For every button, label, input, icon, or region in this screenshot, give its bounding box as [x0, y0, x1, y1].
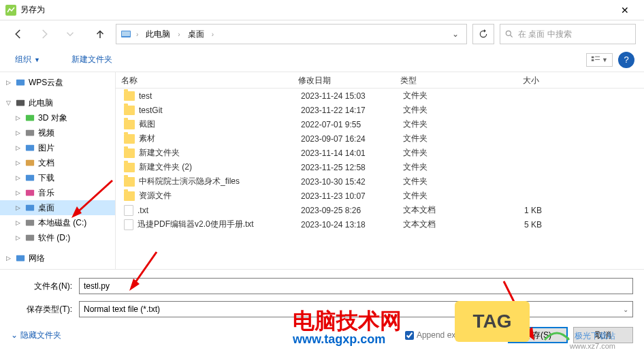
- save-button[interactable]: 保存(S): [508, 327, 568, 343]
- sidebar-item[interactable]: ▷3D 对象: [0, 110, 115, 125]
- col-header-date[interactable]: 修改日期: [293, 72, 395, 88]
- sidebar-item[interactable]: ▷网络: [0, 251, 115, 266]
- folder-icon: [124, 148, 135, 158]
- tree-label: 桌面: [38, 202, 54, 214]
- forward-button[interactable]: [34, 25, 54, 44]
- file-date: 2022-07-01 9:55: [295, 117, 398, 132]
- search-input[interactable]: 在 桌面 中搜索: [500, 24, 636, 44]
- table-row[interactable]: 素材 2023-09-07 16:24 文件夹: [116, 131, 644, 146]
- tree-icon: [25, 157, 35, 168]
- toolbar: 组织 ▼ 新建文件夹 ▼ ?: [0, 48, 644, 72]
- expander-icon[interactable]: ▷: [14, 144, 22, 152]
- table-row[interactable]: 中科院院士演示隐身术_files 2023-10-30 15:42 文件夹: [116, 174, 644, 189]
- append-extension-checkbox[interactable]: Append extension: [405, 330, 482, 340]
- expander-icon[interactable]: ▷: [14, 114, 22, 122]
- recent-dropdown[interactable]: [60, 25, 80, 44]
- sidebar-item[interactable]: ▷WPS云盘: [0, 75, 115, 90]
- expander-icon[interactable]: ▷: [14, 174, 22, 182]
- sidebar-item[interactable]: ▷下载: [0, 170, 115, 185]
- tree-label: 软件 (D:): [38, 232, 70, 244]
- hide-folders-button[interactable]: ⌄ 隐藏文件夹: [11, 330, 61, 341]
- expander-icon[interactable]: ▷: [14, 219, 22, 227]
- file-size: [493, 122, 547, 127]
- tree-label: 图片: [38, 142, 54, 154]
- table-row[interactable]: .txt 2023-09-25 8:26 文本文档 1 KB: [116, 203, 644, 217]
- file-date: 2023-11-25 12:58: [295, 160, 398, 175]
- table-row[interactable]: testGit 2023-11-22 14:17 文件夹: [116, 103, 644, 117]
- close-button[interactable]: ✕: [611, 0, 639, 20]
- refresh-button[interactable]: [472, 24, 494, 44]
- expander-icon[interactable]: ▷: [14, 234, 22, 242]
- expander-icon[interactable]: ▷: [4, 78, 12, 86]
- col-header-size[interactable]: 大小: [490, 72, 545, 88]
- table-row[interactable]: 新建文件夹 2023-11-14 14:01 文件夹: [116, 146, 644, 160]
- up-button[interactable]: [90, 25, 110, 44]
- expander-icon[interactable]: ▷: [14, 129, 22, 137]
- expander-icon[interactable]: ▽: [4, 99, 12, 107]
- file-name: 新建文件夹 (2): [139, 161, 192, 173]
- table-row[interactable]: 截图 2022-07-01 9:55 文件夹: [116, 117, 644, 131]
- expander-icon[interactable]: ▷: [4, 254, 12, 262]
- tree-icon: [25, 172, 35, 183]
- filetype-label: 保存类型(T):: [11, 304, 79, 315]
- tree-icon: [15, 77, 26, 88]
- new-folder-button[interactable]: 新建文件夹: [66, 51, 118, 68]
- cancel-button[interactable]: 取消: [573, 327, 633, 343]
- tree-label: 网络: [29, 253, 45, 264]
- svg-rect-12: [26, 145, 34, 151]
- breadcrumb[interactable]: › 此电脑 › 桌面 › ⌄: [116, 24, 467, 44]
- file-name: .txt: [138, 206, 148, 215]
- file-size: 1 KB: [493, 203, 547, 218]
- table-row[interactable]: 迅捷PDF编辑器v2.0使用手册.txt 2023-10-24 13:18 文本…: [116, 217, 644, 232]
- file-name: 截图: [139, 119, 155, 130]
- col-header-type[interactable]: 类型: [395, 72, 490, 88]
- col-header-name[interactable]: 名称: [116, 72, 293, 88]
- back-button[interactable]: [8, 25, 29, 44]
- sidebar-item[interactable]: ▷图片: [0, 140, 115, 155]
- filetype-select[interactable]: Normal text file (*.txt) ⌄: [79, 301, 633, 317]
- folder-icon: [124, 163, 135, 172]
- tree-icon: [15, 97, 26, 108]
- crumb-pc[interactable]: 此电脑: [143, 27, 173, 42]
- svg-rect-13: [26, 160, 34, 166]
- file-size: [493, 136, 547, 142]
- sidebar-item[interactable]: ▷本地磁盘 (C:): [0, 215, 115, 230]
- sidebar-item[interactable]: ▷桌面: [0, 200, 115, 215]
- table-row[interactable]: 资源文件 2023-11-23 10:07 文件夹: [116, 189, 644, 203]
- main-area: ▷WPS云盘▽此电脑▷3D 对象▷视频▷图片▷文档▷下载▷音乐▷桌面▷本地磁盘 …: [0, 72, 644, 270]
- sidebar-item[interactable]: ▷视频: [0, 125, 115, 140]
- tree-label: 音乐: [38, 187, 54, 199]
- view-icon: [591, 55, 600, 65]
- file-date: 2023-11-24 15:03: [295, 89, 398, 104]
- sidebar-item[interactable]: ▷音乐: [0, 185, 115, 200]
- help-button[interactable]: ?: [618, 52, 634, 68]
- view-options[interactable]: ▼: [586, 53, 613, 67]
- crumb-desktop[interactable]: 桌面: [185, 27, 207, 42]
- bottom-area: 文件名(N): 保存类型(T): Normal text file (*.txt…: [0, 270, 644, 349]
- svg-rect-9: [16, 100, 25, 106]
- file-date: 2023-10-30 15:42: [295, 174, 398, 189]
- tree-label: 视频: [38, 127, 54, 139]
- table-row[interactable]: 新建文件夹 (2) 2023-11-25 12:58 文件夹: [116, 160, 644, 174]
- expander-icon[interactable]: ▷: [14, 204, 22, 212]
- expander-icon[interactable]: ▷: [14, 189, 22, 197]
- sidebar: ▷WPS云盘▽此电脑▷3D 对象▷视频▷图片▷文档▷下载▷音乐▷桌面▷本地磁盘 …: [0, 72, 116, 269]
- tree-icon: [25, 202, 35, 213]
- svg-rect-6: [595, 56, 600, 57]
- filetype-value: Normal text file (*.txt): [84, 304, 160, 314]
- tree-icon: [25, 232, 35, 243]
- file-list: 名称 修改日期 类型 大小 test 2023-11-24 15:03 文件夹 …: [116, 72, 644, 269]
- organize-menu[interactable]: 组织 ▼: [10, 51, 46, 68]
- sidebar-item[interactable]: ▷软件 (D:): [0, 230, 115, 245]
- folder-icon: [124, 191, 135, 201]
- path-dropdown[interactable]: ⌄: [449, 29, 462, 39]
- file-name: testGit: [139, 106, 163, 115]
- chevron-down-icon: ⌄: [623, 306, 628, 313]
- expander-icon[interactable]: ▷: [14, 159, 22, 167]
- sidebar-item[interactable]: ▽此电脑: [0, 95, 115, 110]
- list-header: 名称 修改日期 类型 大小: [116, 72, 644, 89]
- file-date: 2023-09-25 8:26: [295, 203, 398, 218]
- sidebar-item[interactable]: ▷文档: [0, 155, 115, 170]
- table-row[interactable]: test 2023-11-24 15:03 文件夹: [116, 89, 644, 103]
- filename-input[interactable]: [79, 278, 633, 294]
